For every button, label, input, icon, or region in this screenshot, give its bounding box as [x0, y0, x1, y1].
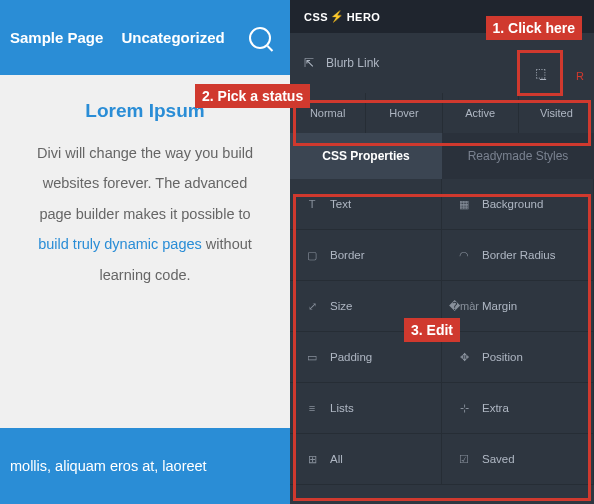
selected-element-label: Blurb Link — [326, 56, 379, 70]
text-line: without — [202, 236, 252, 252]
bottom-text: mollis, aliquam eros at, laoreet — [10, 458, 207, 474]
csshero-panel: CSS ⚡ HERO ⇱ Blurb Link R Normal Hover A… — [290, 0, 594, 504]
text-line: page builder makes it possible to — [39, 206, 250, 222]
search-icon[interactable] — [249, 27, 271, 49]
callout-2: 2. Pick a status — [195, 84, 310, 108]
top-nav: Sample Page Uncategorized — [0, 0, 290, 75]
nav-sample-page[interactable]: Sample Page — [10, 29, 103, 46]
reset-indicator[interactable]: R — [576, 70, 584, 82]
external-link-icon: ⇱ — [304, 56, 314, 70]
bottom-section: mollis, aliquam eros at, laoreet — [0, 428, 290, 504]
text-line: websites forever. The advanced — [43, 175, 247, 191]
cursor-state-icon[interactable]: ⬚̲ — [535, 66, 546, 80]
brand-css: CSS — [304, 11, 328, 23]
callout-3: 3. Edit — [404, 318, 460, 342]
page-content: Lorem Ipsum Divi will change the way you… — [0, 75, 290, 428]
lightning-icon: ⚡ — [330, 10, 345, 23]
text-line: Divi will change the way you build — [37, 145, 253, 161]
callout-1: 1. Click here — [486, 16, 583, 40]
redbox-state-button: ⬚̲ — [517, 50, 563, 96]
text-line: learning code. — [99, 267, 190, 283]
redbox-states — [293, 100, 591, 146]
nav-uncategorized[interactable]: Uncategorized — [121, 29, 224, 46]
brand-hero: HERO — [347, 11, 381, 23]
redbox-properties — [293, 194, 591, 501]
dynamic-pages-link[interactable]: build truly dynamic pages — [38, 236, 202, 252]
